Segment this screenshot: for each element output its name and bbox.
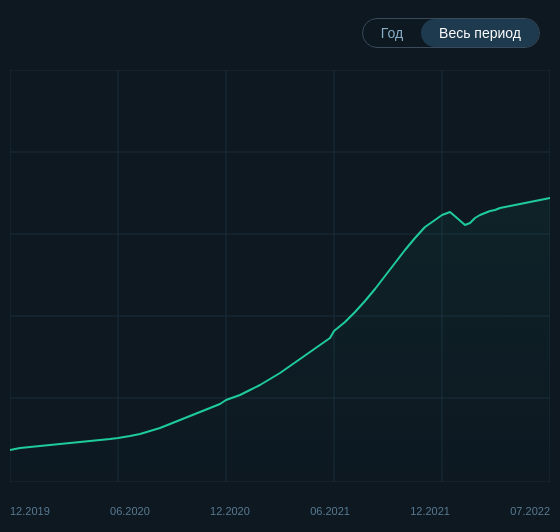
- chart-svg: [10, 70, 550, 482]
- chart-fill: [10, 198, 550, 482]
- x-label-0: 12.2019: [10, 505, 50, 517]
- x-label-2: 12.2020: [210, 505, 250, 517]
- period-controls: Год Весь период: [362, 18, 540, 48]
- x-label-3: 06.2021: [310, 505, 350, 517]
- year-button[interactable]: Год: [363, 19, 421, 47]
- chart-area: 12.2019 06.2020 12.2020 06.2021 12.2021 …: [10, 70, 550, 482]
- chart-container: Год Весь период: [0, 0, 560, 532]
- x-label-1: 06.2020: [110, 505, 150, 517]
- x-label-5: 07.2022: [510, 505, 550, 517]
- x-label-4: 12.2021: [410, 505, 450, 517]
- x-axis-labels: 12.2019 06.2020 12.2020 06.2021 12.2021 …: [10, 505, 550, 517]
- all-period-button[interactable]: Весь период: [421, 19, 539, 47]
